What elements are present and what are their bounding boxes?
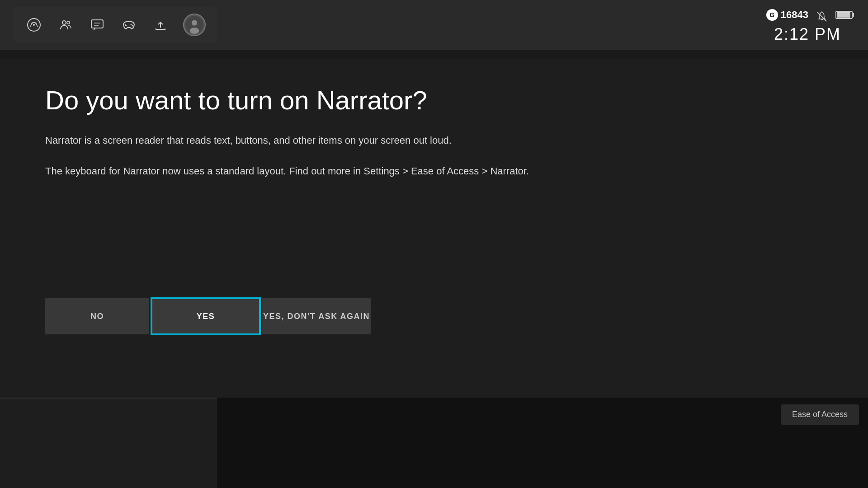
- nav-bar: [14, 7, 217, 43]
- mute-icon: [815, 10, 829, 23]
- svg-point-10: [132, 25, 133, 27]
- bottom-left-panel: [0, 398, 217, 488]
- chat-icon[interactable]: [88, 16, 106, 34]
- battery-icon: [835, 10, 854, 22]
- svg-point-3: [67, 21, 70, 24]
- yes-button[interactable]: YES: [151, 298, 260, 334]
- svg-point-13: [190, 28, 199, 34]
- svg-point-1: [33, 24, 35, 26]
- ease-of-access-badge: Ease of Access: [781, 404, 859, 425]
- button-row: NO YES YES, DON'T ASK AGAIN: [45, 298, 373, 334]
- controller-icon[interactable]: [120, 16, 138, 34]
- yes-dont-ask-again-button[interactable]: YES, DON'T ASK AGAIN: [262, 298, 371, 334]
- svg-rect-17: [837, 12, 850, 18]
- top-bar: G 16843 2:12 PM: [0, 0, 868, 50]
- svg-rect-4: [91, 20, 103, 28]
- gamerscore-value: 16843: [781, 9, 808, 21]
- avatar[interactable]: [183, 14, 206, 36]
- time-display: 2:12 PM: [774, 25, 841, 44]
- upload-icon[interactable]: [151, 16, 170, 34]
- gamerscore: G 16843: [766, 9, 808, 21]
- dialog-info: The keyboard for Narrator now uses a sta…: [45, 164, 823, 178]
- dialog-title: Do you want to turn on Narrator?: [45, 86, 823, 115]
- xbox-home-icon[interactable]: [25, 16, 43, 34]
- no-button[interactable]: NO: [45, 298, 149, 334]
- svg-point-9: [131, 24, 132, 25]
- status-bar: G 16843 2:12 PM: [766, 0, 854, 50]
- people-icon[interactable]: [57, 16, 75, 34]
- bottom-panel: Ease of Access: [0, 398, 868, 488]
- svg-point-2: [62, 21, 66, 24]
- gamerscore-icon: G: [766, 9, 778, 21]
- bottom-right-panel: Ease of Access: [217, 398, 868, 488]
- svg-rect-16: [852, 13, 854, 17]
- svg-point-12: [192, 20, 197, 26]
- dialog-description: Narrator is a screen reader that reads t…: [45, 133, 823, 148]
